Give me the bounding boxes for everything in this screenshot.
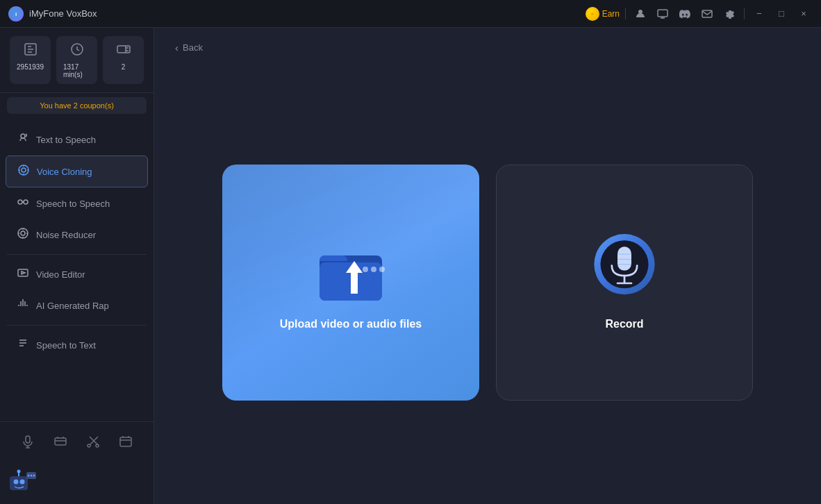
mic-illustration (590, 235, 659, 304)
app-icon: i (8, 6, 24, 22)
screen-icon[interactable] (654, 5, 672, 23)
video-editor-icon (17, 267, 29, 282)
voice-cloning-label: Voice Cloning (37, 167, 92, 177)
coupons-icon (116, 42, 131, 60)
coupons-value: 2 (122, 63, 126, 71)
sidebar-item-voice-cloning[interactable]: Voice Cloning (6, 156, 148, 187)
svg-point-32 (363, 267, 368, 272)
ai-generated-rap-label: AI Generated Rap (36, 301, 109, 311)
app-title: iMyFone VoxBox (29, 8, 97, 19)
svg-point-33 (371, 267, 376, 272)
svg-rect-7 (117, 46, 130, 53)
text-to-speech-icon (17, 132, 29, 147)
svg-point-27 (28, 475, 30, 477)
svg-text:i: i (15, 11, 17, 17)
svg-point-22 (14, 480, 19, 485)
stat-coupons: 2 (103, 36, 144, 84)
svg-point-29 (33, 475, 35, 477)
user-icon[interactable] (631, 5, 649, 23)
separator-2 (744, 8, 745, 19)
settings-icon[interactable] (720, 5, 738, 23)
noise-reducer-icon (17, 227, 29, 242)
svg-point-23 (20, 480, 25, 485)
chatbot-icon (7, 467, 38, 497)
loop-bottom-icon[interactable] (49, 430, 72, 453)
svg-rect-3 (658, 10, 667, 17)
mic-bottom-icon[interactable] (17, 430, 39, 453)
svg-point-34 (379, 267, 385, 272)
svg-point-13 (18, 228, 28, 238)
nav-divider-1 (7, 254, 147, 255)
text-to-speech-label: Text to Speech (36, 135, 96, 145)
title-bar-right: ● Earn − □ × (586, 5, 813, 23)
svg-point-25 (17, 470, 21, 473)
sidebar: 2951939 1317 min(s) 2 You have 2 coupon(… (0, 28, 154, 504)
coupon-bar[interactable]: You have 2 coupon(s) (7, 97, 147, 114)
svg-point-8 (21, 134, 25, 138)
tools-bottom-icon[interactable] (115, 430, 137, 453)
sidebar-item-speech-to-speech[interactable]: Speech to Speech (6, 188, 148, 219)
main-layout: 2951939 1317 min(s) 2 You have 2 coupon(… (0, 28, 821, 504)
svg-rect-17 (55, 438, 66, 445)
svg-point-28 (31, 475, 33, 477)
svg-rect-9 (19, 165, 28, 175)
svg-point-14 (21, 231, 25, 235)
speech-to-speech-icon (17, 196, 29, 211)
svg-rect-20 (120, 437, 131, 446)
minimize-button[interactable]: − (750, 5, 768, 23)
svg-rect-16 (26, 436, 30, 443)
svg-point-19 (96, 444, 99, 447)
stat-minutes: 1317 min(s) (56, 36, 97, 84)
back-chevron-icon: ‹ (175, 42, 179, 53)
svg-point-10 (22, 168, 26, 172)
mail-icon[interactable] (698, 5, 716, 23)
title-bar: i iMyFone VoxBox ● Earn − □ × (0, 0, 821, 28)
upload-card[interactable]: Upload video or audio files (222, 165, 479, 401)
stat-characters: 2951939 (10, 36, 51, 84)
earn-button[interactable]: ● Earn (586, 7, 620, 21)
cards-container: Upload video or audio files (175, 74, 800, 490)
sidebar-stats: 2951939 1317 min(s) 2 (0, 28, 154, 93)
ai-rap-icon (17, 298, 29, 313)
minutes-icon (69, 42, 85, 60)
sidebar-item-video-editor[interactable]: Video Editor (6, 259, 148, 289)
voice-cloning-icon (17, 164, 30, 179)
svg-rect-38 (617, 246, 631, 271)
chat-widget[interactable] (7, 467, 147, 497)
characters-value: 2951939 (17, 63, 44, 71)
back-label: Back (183, 42, 203, 53)
sidebar-item-text-to-speech[interactable]: Text to Speech (6, 124, 148, 155)
speech-to-text-icon (17, 337, 29, 353)
sidebar-nav: Text to Speech Voice Cloning Speech to S… (0, 118, 154, 421)
minutes-value: 1317 min(s) (63, 63, 90, 78)
speech-to-text-label: Speech to Text (36, 340, 96, 351)
sidebar-item-ai-generated-rap[interactable]: AI Generated Rap (6, 290, 148, 321)
sidebar-item-noise-reducer[interactable]: Noise Reducer (6, 219, 148, 250)
earn-coin-icon: ● (586, 7, 599, 21)
close-button[interactable]: × (795, 5, 813, 23)
upload-illustration (313, 235, 389, 304)
characters-icon (23, 42, 38, 60)
nav-divider-2 (7, 325, 147, 326)
upload-label: Upload video or audio files (280, 318, 422, 330)
svg-point-11 (18, 200, 22, 204)
separator-1 (625, 8, 626, 19)
noise-reducer-label: Noise Reducer (36, 230, 96, 240)
record-card[interactable]: Record (496, 165, 753, 401)
sidebar-item-speech-to-text[interactable]: Speech to Text (6, 330, 148, 360)
content-area: ‹ Back (154, 28, 821, 504)
video-editor-label: Video Editor (36, 269, 85, 280)
back-nav[interactable]: ‹ Back (175, 42, 800, 53)
title-bar-left: i iMyFone VoxBox (8, 6, 586, 22)
cut-bottom-icon[interactable] (82, 430, 104, 453)
speech-to-speech-label: Speech to Speech (36, 199, 110, 209)
sidebar-bottom (0, 421, 154, 461)
svg-point-12 (24, 200, 28, 204)
svg-point-18 (88, 444, 90, 447)
discord-icon[interactable] (676, 5, 694, 23)
maximize-button[interactable]: □ (772, 5, 790, 23)
svg-rect-4 (702, 10, 712, 17)
record-label: Record (605, 318, 643, 330)
